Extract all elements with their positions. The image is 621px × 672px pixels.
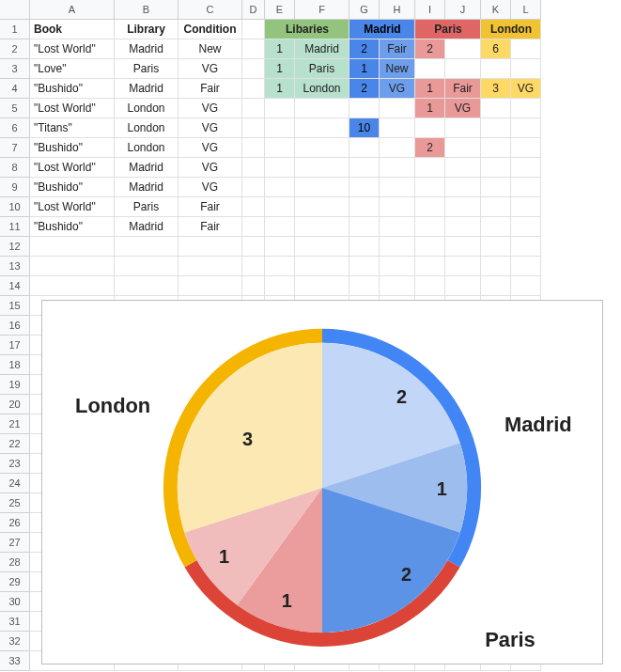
row-header-12[interactable]: 12 bbox=[0, 237, 30, 257]
row-header-30[interactable]: 30 bbox=[0, 592, 30, 612]
row-header-27[interactable]: 27 bbox=[0, 533, 30, 553]
cell-E12[interactable] bbox=[265, 237, 295, 257]
row-header-33[interactable]: 33 bbox=[0, 651, 30, 671]
col-header-H[interactable]: H bbox=[380, 0, 415, 20]
cell-K12[interactable] bbox=[481, 237, 511, 257]
cell-E11[interactable] bbox=[265, 217, 295, 237]
row-header-13[interactable]: 13 bbox=[0, 257, 30, 276]
cell-I14[interactable] bbox=[415, 276, 445, 296]
cell-D13[interactable] bbox=[242, 257, 265, 276]
cell-E1[interactable]: Libaries bbox=[265, 20, 295, 39]
cell-A9[interactable]: "Bushido" bbox=[30, 178, 115, 197]
cell-E5[interactable] bbox=[265, 99, 295, 118]
cell-H8[interactable] bbox=[380, 158, 415, 178]
col-header-J[interactable]: J bbox=[445, 0, 481, 20]
pie-chart[interactable]: 2 1 2 1 1 3 Madrid Paris London bbox=[41, 300, 603, 664]
cell-D5[interactable] bbox=[242, 99, 265, 118]
cell-K3[interactable] bbox=[481, 59, 511, 79]
cell-G5[interactable] bbox=[349, 99, 380, 118]
cell-D9[interactable] bbox=[242, 178, 265, 197]
cell-H13[interactable] bbox=[380, 257, 415, 276]
row-header-28[interactable]: 28 bbox=[0, 553, 30, 572]
cell-F7[interactable] bbox=[295, 138, 349, 158]
cell-I5[interactable]: 1 bbox=[415, 99, 445, 118]
cell-H6[interactable] bbox=[380, 118, 415, 138]
cell-F12[interactable] bbox=[295, 237, 349, 257]
cell-D3[interactable] bbox=[242, 59, 265, 79]
cell-B5[interactable]: London bbox=[115, 99, 179, 118]
cell-I13[interactable] bbox=[415, 257, 445, 276]
cell-L7[interactable] bbox=[511, 138, 541, 158]
cell-G12[interactable] bbox=[349, 237, 380, 257]
row-header-1[interactable]: 1 bbox=[0, 20, 30, 39]
col-header-F[interactable]: F bbox=[295, 0, 349, 20]
cell-D10[interactable] bbox=[242, 197, 265, 217]
cell-A2[interactable]: "Lost World" bbox=[30, 39, 115, 59]
cell-A6[interactable]: "Titans" bbox=[30, 118, 115, 138]
cell-B10[interactable]: Paris bbox=[115, 197, 179, 217]
col-header-K[interactable]: K bbox=[481, 0, 511, 20]
cell-F4[interactable]: London bbox=[295, 79, 349, 99]
cell-B7[interactable]: London bbox=[115, 138, 179, 158]
cell-A10[interactable]: "Lost World" bbox=[30, 197, 115, 217]
cell-H9[interactable] bbox=[380, 178, 415, 197]
cell-K1[interactable]: London bbox=[481, 20, 511, 39]
cell-L10[interactable] bbox=[511, 197, 541, 217]
cell-L5[interactable] bbox=[511, 99, 541, 118]
cell-F6[interactable] bbox=[295, 118, 349, 138]
cell-G10[interactable] bbox=[349, 197, 380, 217]
cell-D7[interactable] bbox=[242, 138, 265, 158]
col-header-G[interactable]: G bbox=[349, 0, 380, 20]
cell-C11[interactable]: Fair bbox=[179, 217, 242, 237]
cell-H10[interactable] bbox=[380, 197, 415, 217]
cell-G11[interactable] bbox=[349, 217, 380, 237]
cell-D8[interactable] bbox=[242, 158, 265, 178]
cell-G8[interactable] bbox=[349, 158, 380, 178]
row-header-26[interactable]: 26 bbox=[0, 513, 30, 533]
cell-I10[interactable] bbox=[415, 197, 445, 217]
cell-J7[interactable] bbox=[445, 138, 481, 158]
cell-K13[interactable] bbox=[481, 257, 511, 276]
cell-H12[interactable] bbox=[380, 237, 415, 257]
cell-G2[interactable]: 2 bbox=[349, 39, 380, 59]
cell-K14[interactable] bbox=[481, 276, 511, 296]
cell-D1[interactable] bbox=[242, 20, 265, 39]
cell-L6[interactable] bbox=[511, 118, 541, 138]
cell-J5[interactable]: VG bbox=[445, 99, 481, 118]
row-header-31[interactable]: 31 bbox=[0, 612, 30, 632]
cell-F10[interactable] bbox=[295, 197, 349, 217]
row-header-29[interactable]: 29 bbox=[0, 572, 30, 592]
row-header-2[interactable]: 2 bbox=[0, 39, 30, 59]
cell-G13[interactable] bbox=[349, 257, 380, 276]
cell-J14[interactable] bbox=[445, 276, 481, 296]
cell-A11[interactable]: "Bushido" bbox=[30, 217, 115, 237]
cell-C5[interactable]: VG bbox=[179, 99, 242, 118]
cell-H2[interactable]: Fair bbox=[380, 39, 415, 59]
col-header-C[interactable]: C bbox=[179, 0, 242, 20]
row-header-11[interactable]: 11 bbox=[0, 217, 30, 237]
cell-L13[interactable] bbox=[511, 257, 541, 276]
cell-E14[interactable] bbox=[265, 276, 295, 296]
cell-G9[interactable] bbox=[349, 178, 380, 197]
cell-K8[interactable] bbox=[481, 158, 511, 178]
cell-H7[interactable] bbox=[380, 138, 415, 158]
cell-I9[interactable] bbox=[415, 178, 445, 197]
cell-F11[interactable] bbox=[295, 217, 349, 237]
row-header-24[interactable]: 24 bbox=[0, 474, 30, 493]
cell-G14[interactable] bbox=[349, 276, 380, 296]
cell-A5[interactable]: "Lost World" bbox=[30, 99, 115, 118]
cell-F8[interactable] bbox=[295, 158, 349, 178]
col-header-D[interactable]: D bbox=[242, 0, 265, 20]
cell-J13[interactable] bbox=[445, 257, 481, 276]
cell-I3[interactable] bbox=[415, 59, 445, 79]
cell-D6[interactable] bbox=[242, 118, 265, 138]
row-header-19[interactable]: 19 bbox=[0, 375, 30, 395]
cell-A1[interactable]: Book bbox=[30, 20, 115, 39]
cell-A8[interactable]: "Lost World" bbox=[30, 158, 115, 178]
cell-G1[interactable]: Madrid bbox=[349, 20, 380, 39]
row-header-8[interactable]: 8 bbox=[0, 158, 30, 178]
cell-C2[interactable]: New bbox=[179, 39, 242, 59]
cell-J9[interactable] bbox=[445, 178, 481, 197]
cell-L3[interactable] bbox=[511, 59, 541, 79]
row-header-21[interactable]: 21 bbox=[0, 414, 30, 434]
